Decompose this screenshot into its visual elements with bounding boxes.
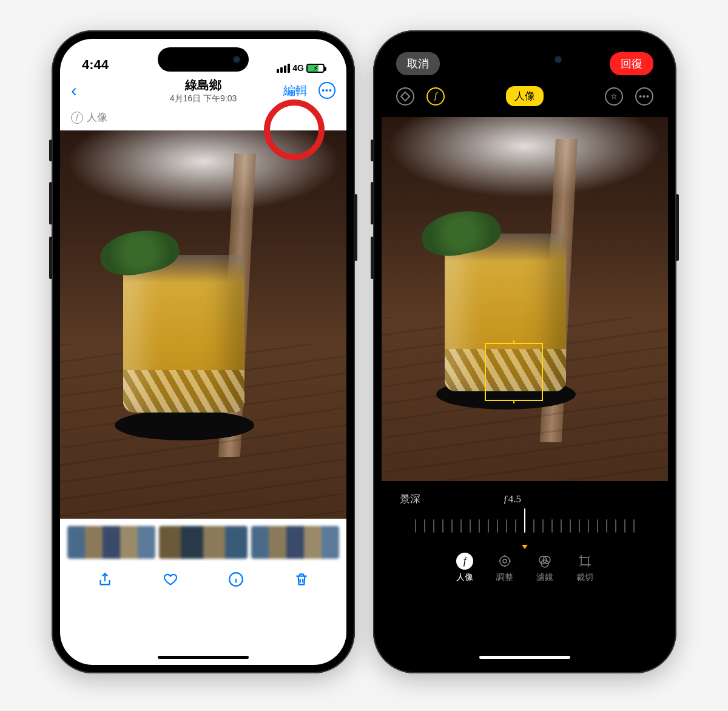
share-button[interactable]: [96, 571, 113, 588]
editor-control-bar: f 人像 •••: [382, 75, 668, 113]
iphone-right: 取消 回復 f 人像 ••• 景深 ƒ: [373, 30, 676, 673]
nav-subtitle: 4月16日 下午9:03: [170, 93, 237, 104]
svg-point-1: [500, 556, 510, 566]
more-options-button[interactable]: •••: [635, 87, 653, 106]
thumbnail[interactable]: [67, 526, 155, 559]
delete-button[interactable]: [293, 571, 310, 588]
tab-portrait[interactable]: f 人像: [456, 553, 473, 583]
editor-tabs: f 人像 調整 濾鏡 裁切: [382, 549, 668, 604]
bottom-toolbar: [60, 559, 346, 594]
thumbnail[interactable]: [159, 526, 247, 559]
edit-button[interactable]: 編輯: [283, 83, 308, 99]
favorite-button[interactable]: [162, 571, 179, 588]
aperture-value: ƒ4.5: [503, 493, 521, 505]
markup-button[interactable]: [605, 87, 623, 106]
tab-indicator-icon: [522, 545, 528, 549]
depth-slider[interactable]: [382, 512, 668, 545]
tab-label: 濾鏡: [536, 572, 553, 583]
tab-label: 調整: [496, 572, 513, 583]
tab-filter[interactable]: 濾鏡: [536, 553, 553, 583]
thumbnail-strip[interactable]: [60, 519, 346, 559]
editor-photo-preview[interactable]: [382, 117, 668, 481]
home-indicator[interactable]: [158, 656, 249, 659]
svg-point-2: [503, 559, 507, 563]
battery-icon: ⚡︎: [306, 64, 325, 73]
lighting-button[interactable]: [396, 87, 414, 106]
focus-box[interactable]: [485, 343, 543, 401]
photo-preview[interactable]: [60, 130, 346, 519]
thumbnail[interactable]: [251, 526, 339, 559]
dynamic-island: [158, 47, 249, 72]
status-time: 4:44: [82, 57, 109, 73]
depth-row: 景深 ƒ4.5: [382, 481, 668, 512]
photo-editor-screen: 取消 回復 f 人像 ••• 景深 ƒ: [382, 39, 668, 665]
cancel-button[interactable]: 取消: [396, 52, 440, 75]
tab-label: 裁切: [576, 572, 593, 583]
mode-pill[interactable]: 人像: [506, 86, 544, 106]
iphone-left: 4:44 4G ⚡︎ ‹ 綠島鄉 4月16日 下午9:03 編輯 ••• f 人…: [52, 30, 355, 673]
tab-adjust[interactable]: 調整: [496, 553, 513, 583]
slider-indicator: [524, 508, 525, 533]
signal-icon: [277, 64, 290, 73]
depth-label: 景深: [400, 492, 420, 506]
back-button[interactable]: ‹: [71, 80, 77, 101]
restore-button[interactable]: 回復: [610, 52, 653, 75]
dynamic-island: [479, 47, 570, 72]
carrier-label: 4G: [292, 63, 304, 73]
home-indicator[interactable]: [479, 656, 570, 659]
mode-label: 人像: [87, 110, 107, 124]
aperture-button[interactable]: f: [426, 87, 445, 106]
aperture-icon: f: [71, 112, 83, 124]
tab-label: 人像: [456, 572, 473, 583]
info-button[interactable]: [228, 571, 244, 588]
nav-title: 綠島鄉: [170, 77, 237, 93]
annotation-circle: [264, 99, 325, 160]
tab-crop[interactable]: 裁切: [576, 553, 593, 583]
more-button[interactable]: •••: [318, 82, 335, 99]
photos-app-screen: 4:44 4G ⚡︎ ‹ 綠島鄉 4月16日 下午9:03 編輯 ••• f 人…: [60, 39, 346, 665]
